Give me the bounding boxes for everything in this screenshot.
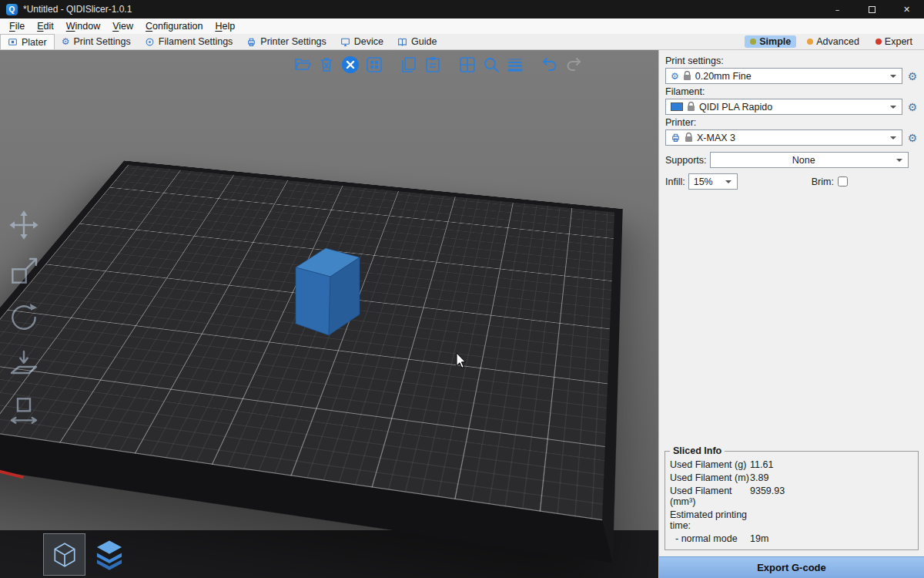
tab-label: Print Settings bbox=[73, 36, 130, 47]
preview-view-button[interactable] bbox=[88, 533, 130, 576]
scale-tool-button[interactable] bbox=[6, 254, 42, 289]
gear-icon: ⚙ bbox=[671, 72, 679, 81]
lock-icon bbox=[687, 102, 695, 112]
mode-label: Simple bbox=[759, 36, 791, 47]
arrange-button[interactable] bbox=[364, 55, 384, 75]
paste-button[interactable] bbox=[423, 55, 443, 75]
gear-icon: ⚙ bbox=[62, 36, 70, 47]
undo-icon bbox=[541, 55, 559, 74]
menu-view[interactable]: View bbox=[106, 19, 139, 33]
paste-icon bbox=[424, 55, 442, 74]
lock-icon bbox=[685, 133, 693, 143]
rotate-tool-button[interactable] bbox=[6, 300, 42, 335]
sliced-info-row: Used Filament (m) 3.89 bbox=[670, 471, 913, 484]
undo-button[interactable] bbox=[540, 55, 560, 75]
sliced-info-row: Estimated printing time: bbox=[670, 508, 913, 532]
expert-mode-dot-icon bbox=[875, 39, 882, 45]
supports-combo[interactable]: None bbox=[710, 152, 909, 168]
tab-device[interactable]: Device bbox=[333, 34, 390, 49]
tab-bar: Plater ⚙ Print Settings Filament Setting… bbox=[0, 34, 924, 50]
sliced-info-row: Used Filament (g) 11.61 bbox=[670, 458, 913, 471]
printer-value: X-MAX 3 bbox=[697, 133, 735, 143]
tab-label: Printer Settings bbox=[260, 36, 326, 47]
search-button[interactable] bbox=[481, 55, 501, 75]
move-tool-button[interactable] bbox=[6, 207, 42, 243]
plater-toolbar bbox=[293, 55, 584, 75]
editor-view-button[interactable] bbox=[43, 533, 85, 576]
maximize-icon bbox=[869, 6, 875, 13]
export-gcode-button[interactable]: Export G-code bbox=[659, 556, 924, 578]
3d-viewport-canvas[interactable] bbox=[0, 50, 658, 578]
printer-combo[interactable]: X-MAX 3 bbox=[665, 129, 902, 146]
filament-value: QIDI PLA Rapido bbox=[699, 102, 772, 113]
sliced-info-panel: Sliced Info Used Filament (g) 11.61 Used… bbox=[665, 445, 919, 550]
menu-configuration[interactable]: Configuration bbox=[139, 19, 209, 33]
filament-color-swatch bbox=[671, 102, 683, 111]
menu-edit[interactable]: Edit bbox=[31, 19, 60, 33]
lock-icon bbox=[683, 71, 691, 81]
infill-combo[interactable]: 15% bbox=[688, 173, 738, 190]
place-on-face-icon bbox=[8, 348, 39, 379]
filament-combo[interactable]: QIDI PLA Rapido bbox=[665, 99, 902, 115]
delete-icon bbox=[317, 55, 336, 74]
mode-expert[interactable]: Expert bbox=[870, 35, 918, 48]
variable-layer-height-button[interactable] bbox=[505, 55, 525, 75]
arrange-icon bbox=[365, 55, 383, 74]
minimize-button[interactable]: – bbox=[820, 0, 855, 18]
mode-label: Expert bbox=[885, 36, 912, 47]
plater-icon bbox=[8, 37, 18, 47]
printer-icon bbox=[246, 37, 256, 47]
layers-icon bbox=[93, 539, 126, 571]
place-on-face-tool-button[interactable] bbox=[6, 346, 42, 381]
printer-gear-button[interactable]: ⚙ bbox=[906, 133, 919, 143]
mode-label: Advanced bbox=[816, 36, 859, 47]
window-title: *Untitled - QIDISlicer-1.0.1 bbox=[23, 4, 132, 15]
delete-all-icon bbox=[341, 55, 360, 74]
open-file-button[interactable] bbox=[293, 55, 313, 75]
view-switch bbox=[43, 533, 130, 576]
menu-window[interactable]: Window bbox=[60, 19, 106, 33]
fill-bed-icon bbox=[458, 55, 477, 74]
close-button[interactable]: ✕ bbox=[889, 0, 924, 18]
brim-label: Brim: bbox=[812, 176, 834, 187]
layer-height-icon bbox=[506, 55, 524, 74]
redo-icon bbox=[564, 55, 583, 74]
measure-tool-button[interactable] bbox=[6, 392, 42, 428]
book-icon bbox=[397, 37, 407, 47]
infill-value: 15% bbox=[694, 176, 713, 187]
menu-file[interactable]: File bbox=[3, 19, 31, 33]
mode-simple[interactable]: Simple bbox=[745, 35, 796, 48]
print-bed bbox=[0, 161, 623, 563]
tab-print-settings[interactable]: ⚙ Print Settings bbox=[55, 34, 138, 49]
advanced-mode-dot-icon bbox=[807, 39, 813, 45]
sliced-info-row: Used Filament (mm³) 9359.93 bbox=[670, 484, 913, 508]
redo-button[interactable] bbox=[564, 55, 584, 75]
tab-plater[interactable]: Plater bbox=[0, 34, 55, 49]
mode-switcher: Simple Advanced Expert bbox=[745, 34, 924, 49]
app-logo-icon: Q bbox=[6, 4, 18, 15]
bed-scene bbox=[0, 50, 658, 578]
print-settings-combo[interactable]: ⚙ 0.20mm Fine bbox=[665, 68, 902, 84]
tab-guide[interactable]: Guide bbox=[390, 34, 444, 49]
spool-icon bbox=[145, 37, 155, 47]
printer-icon bbox=[671, 133, 681, 143]
sliced-info-title: Sliced Info bbox=[670, 445, 725, 456]
print-settings-label: Print settings: bbox=[659, 53, 924, 68]
brim-checkbox[interactable] bbox=[838, 176, 848, 187]
tab-filament-settings[interactable]: Filament Settings bbox=[138, 34, 240, 49]
menu-help[interactable]: Help bbox=[209, 19, 241, 33]
filament-label: Filament: bbox=[659, 84, 924, 99]
delete-button[interactable] bbox=[316, 55, 336, 75]
fill-bed-button[interactable] bbox=[457, 55, 477, 75]
copy-button[interactable] bbox=[399, 55, 419, 75]
move-icon bbox=[8, 210, 39, 240]
tab-printer-settings[interactable]: Printer Settings bbox=[239, 34, 333, 49]
maximize-button[interactable] bbox=[855, 0, 889, 18]
search-icon bbox=[482, 55, 500, 74]
scale-icon bbox=[8, 256, 39, 287]
filament-gear-button[interactable]: ⚙ bbox=[906, 102, 919, 113]
delete-all-button[interactable] bbox=[340, 55, 360, 75]
tab-label: Device bbox=[354, 36, 383, 47]
print-settings-gear-button[interactable]: ⚙ bbox=[906, 71, 919, 82]
mode-advanced[interactable]: Advanced bbox=[802, 35, 865, 48]
